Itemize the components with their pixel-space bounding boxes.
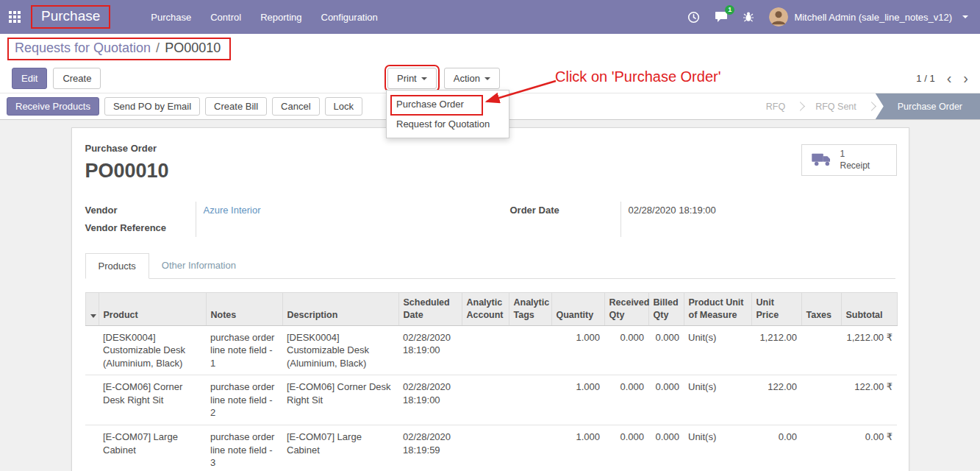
col-scheduled-date[interactable]: Scheduled Date — [398, 293, 462, 326]
cell-received-qty: 0.000 — [604, 375, 648, 425]
cell-subtotal: 122.00 ₹ — [841, 375, 897, 425]
print-dropdown-button[interactable]: Print — [387, 68, 437, 89]
caret-down-icon — [421, 77, 427, 80]
cell-analytic-account — [462, 375, 509, 425]
menu-configuration[interactable]: Configuration — [312, 12, 387, 23]
col-analytic-tags[interactable]: Analytic Tags — [509, 293, 551, 326]
status-rfq[interactable]: RFQ — [755, 93, 796, 119]
receipt-count: 1 — [840, 149, 870, 160]
messages-icon[interactable]: 1 — [715, 11, 728, 23]
create-button[interactable]: Create — [53, 68, 101, 89]
pager: 1 / 1 ‹ › — [916, 71, 968, 85]
breadcrumb-row: Requests for Quotation / PO00010 — [0, 34, 980, 63]
apps-menu-icon[interactable] — [9, 11, 21, 23]
user-menu[interactable]: Mitchell Admin (sale_line_notes_v12) — [769, 7, 968, 26]
cell-taxes — [801, 325, 841, 375]
col-taxes[interactable]: Taxes — [801, 293, 841, 326]
tab-other-information[interactable]: Other Information — [149, 253, 248, 278]
avatar — [769, 7, 788, 26]
cell-description: [E-COM06] Corner Desk Right Sit — [282, 375, 398, 425]
menu-item-request-for-quotation[interactable]: Request for Quotation — [387, 114, 509, 134]
menu-control[interactable]: Control — [201, 12, 251, 23]
status-rfq-sent[interactable]: RFQ Sent — [804, 93, 868, 119]
cancel-button[interactable]: Cancel — [272, 97, 319, 116]
receipt-label: Receipt — [840, 160, 870, 172]
spacer-field — [510, 219, 891, 237]
annotation-text: Click on 'Purchase Order' — [555, 68, 721, 85]
pager-next-button[interactable]: › — [963, 71, 968, 85]
form-buttons: Edit Create — [12, 68, 101, 89]
vendor-field: Vendor Azure Interior — [85, 202, 466, 219]
col-description[interactable]: Description — [282, 293, 398, 326]
doc-name: PO00010 — [85, 160, 895, 183]
cell-product: [E-COM06] Corner Desk Right Sit — [99, 375, 206, 425]
cell-received-qty: 0.000 — [604, 325, 648, 375]
order-line-row[interactable]: [DESK0004] Customizable Desk (Aluminium,… — [85, 325, 897, 375]
cell-scheduled-date: 02/28/2020 18:19:59 — [398, 425, 462, 471]
field-group: Vendor Azure Interior Vendor Reference O… — [85, 202, 891, 237]
chevron-down-icon — [962, 15, 968, 18]
top-navbar: Purchase Purchase Control Reporting Conf… — [0, 0, 980, 34]
breadcrumb-separator: / — [156, 40, 160, 56]
status-purchase-order[interactable]: Purchase Order — [876, 93, 980, 119]
col-product[interactable]: Product — [99, 293, 206, 326]
order-date-value: 02/28/2020 18:19:00 — [620, 202, 891, 219]
activities-clock-icon[interactable] — [687, 11, 700, 24]
col-billed-qty[interactable]: Billed Qty — [648, 293, 684, 326]
field-group-right: Order Date 02/28/2020 18:19:00 — [510, 202, 891, 237]
cell-notes: purchase order line note field - 2 — [206, 375, 282, 425]
order-line-row[interactable]: [E-COM06] Corner Desk Right Sit purchase… — [85, 375, 897, 425]
col-unit-price[interactable]: Unit Price — [751, 293, 801, 326]
cell-billed-qty: 0.000 — [648, 425, 684, 471]
order-line-row[interactable]: [E-COM07] Large Cabinet purchase order l… — [85, 425, 897, 471]
cell-scheduled-date: 02/28/2020 18:19:00 — [398, 325, 462, 375]
user-name: Mitchell Admin (sale_line_notes_v12) — [794, 12, 952, 23]
create-bill-button[interactable]: Create Bill — [205, 97, 267, 116]
col-analytic-account[interactable]: Analytic Account — [462, 293, 509, 326]
status-pipeline: RFQ RFQ Sent Purchase Order — [755, 93, 980, 119]
order-date-label: Order Date — [510, 202, 620, 219]
cell-taxes — [801, 425, 841, 471]
cell-taxes — [801, 375, 841, 425]
receipt-stat-button[interactable]: 1 Receipt — [801, 144, 897, 176]
menu-purchase[interactable]: Purchase — [141, 12, 201, 23]
col-quantity[interactable]: Quantity — [551, 293, 604, 326]
cell-quantity: 1.000 — [551, 375, 604, 425]
send-po-by-email-button[interactable]: Send PO by Email — [104, 97, 200, 116]
menu-reporting[interactable]: Reporting — [251, 12, 311, 23]
cell-uom: Unit(s) — [684, 375, 751, 425]
cell-uom: Unit(s) — [684, 325, 751, 375]
cell-analytic-tags — [509, 425, 551, 471]
lock-button[interactable]: Lock — [325, 97, 362, 116]
expand-caret-icon[interactable] — [90, 314, 96, 318]
cell-subtotal: 1,212.00 ₹ — [841, 325, 897, 375]
app-name[interactable]: Purchase — [41, 8, 100, 24]
cell-uom: Unit(s) — [684, 425, 751, 471]
truck-icon — [811, 151, 833, 170]
cell-subtotal: 0.00 ₹ — [841, 425, 897, 471]
breadcrumb-parent-link[interactable]: Requests for Quotation — [15, 40, 151, 56]
vendor-label: Vendor — [85, 202, 196, 219]
col-uom[interactable]: Product Unit of Measure — [684, 293, 751, 326]
tab-products[interactable]: Products — [85, 253, 149, 279]
receive-products-button[interactable]: Receive Products — [7, 97, 99, 116]
cell-received-qty: 0.000 — [604, 425, 648, 471]
col-received-qty[interactable]: Received Qty — [604, 293, 648, 326]
col-subtotal[interactable]: Subtotal — [841, 293, 897, 326]
pager-previous-button[interactable]: ‹ — [947, 71, 952, 85]
cell-description: [E-COM07] Large Cabinet — [282, 425, 398, 471]
vendor-value-link[interactable]: Azure Interior — [196, 202, 466, 219]
col-notes[interactable]: Notes — [206, 293, 282, 326]
order-lines-table: Product Notes Description Scheduled Date… — [85, 292, 898, 471]
cell-unit-price: 1,212.00 — [751, 325, 801, 375]
debug-bug-icon[interactable] — [743, 11, 754, 23]
order-date-field: Order Date 02/28/2020 18:19:00 — [510, 202, 891, 219]
vendor-reference-field: Vendor Reference — [85, 219, 466, 237]
notebook-tabs: Products Other Information — [85, 253, 895, 279]
doc-type-label: Purchase Order — [85, 143, 895, 154]
cell-product: [E-COM07] Large Cabinet — [99, 425, 206, 471]
expand-caret-cell — [85, 293, 99, 326]
annotation-box-breadcrumb: Requests for Quotation / PO00010 — [7, 38, 231, 60]
edit-button[interactable]: Edit — [12, 68, 47, 89]
print-label: Print — [397, 73, 417, 84]
